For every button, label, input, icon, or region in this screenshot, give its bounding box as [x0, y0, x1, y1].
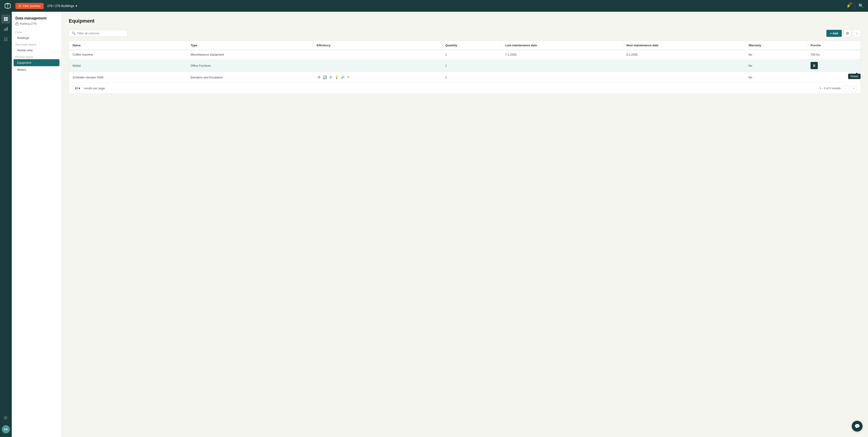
notification-badge	[850, 2, 852, 4]
add-button[interactable]: + Add	[827, 30, 842, 37]
cell-purchase: 700 Eu	[807, 50, 861, 59]
svg-point-10	[4, 37, 5, 38]
svg-rect-19	[16, 23, 18, 25]
prev-page-button[interactable]: ‹	[842, 85, 849, 91]
svg-rect-5	[4, 19, 6, 21]
sidebar: Data management Building (276) Focus Bui…	[12, 12, 62, 437]
filter-input[interactable]	[78, 32, 125, 35]
delete-button[interactable]: 🗑	[811, 62, 818, 69]
efficiency-icon-2: 🔄	[322, 75, 328, 80]
chat-icon: 💬	[855, 424, 860, 429]
efficiency-icon-6: ✎	[346, 75, 351, 80]
portfolio-selector[interactable]: 276 / 276 Buildings ▾	[47, 4, 77, 8]
per-page-selector: 10 ▾ results per page	[72, 86, 105, 91]
cell-next-maintenance: 5.2.2025	[623, 50, 745, 59]
layout: AA Data management Building (276) Focus …	[0, 12, 868, 437]
efficiency-icon-1: ♻	[317, 75, 321, 80]
nav-grid-button[interactable]	[1, 14, 10, 24]
sidebar-item-rental-units[interactable]: Rental units	[13, 47, 60, 54]
nav-list-button[interactable]	[1, 34, 10, 43]
settings-button[interactable]: ⚙	[844, 29, 851, 37]
col-quantity: Quantity	[442, 41, 502, 50]
cell-next-maintenance	[623, 59, 745, 72]
cell-name: Coffee machine	[69, 50, 187, 59]
chevron-down-icon: ▾	[79, 87, 80, 90]
cell-warranty: No	[745, 59, 807, 72]
cell-efficiency	[313, 59, 442, 72]
col-next-maintenance: Next maintenance date	[623, 41, 745, 50]
svg-rect-16	[4, 417, 7, 417]
filter-portfolio-label: Filter portfolio	[23, 4, 40, 8]
svg-rect-6	[6, 19, 8, 21]
chevron-down-icon: ▾	[75, 4, 77, 8]
sidebar-item-meters[interactable]: Meters	[13, 66, 60, 73]
col-efficiency: Efficiency	[313, 41, 442, 50]
svg-point-14	[4, 40, 5, 41]
svg-rect-8	[5, 28, 6, 31]
cell-efficiency	[313, 50, 442, 59]
nav-collapse-button[interactable]	[1, 413, 10, 423]
search-icon: 🔍	[859, 3, 864, 8]
svg-rect-18	[4, 419, 6, 419]
table-row: fdsfad Office Furniture 1 No 🗑 Delete	[69, 59, 861, 72]
results-label: results per page	[84, 87, 105, 90]
col-last-maintenance: Last maintenance date	[502, 41, 623, 50]
sidebar-subtitle: Building (276)	[12, 22, 61, 29]
cell-name: fdsfad	[69, 59, 187, 72]
topnav-right: ⚡ 🔍	[845, 2, 864, 9]
next-page-button[interactable]: ›	[850, 85, 857, 91]
efficiency-icon-3: ⚙	[329, 75, 333, 80]
user-avatar[interactable]: AA	[2, 425, 10, 433]
portfolio-label: 276 / 276 Buildings	[47, 4, 74, 8]
gear-icon: ⚙	[846, 31, 849, 35]
cell-type: Miscellaneous Equipment	[187, 50, 313, 59]
pagination-text: 1 - 3 of 3 results	[819, 87, 841, 90]
cell-last-maintenance	[502, 59, 623, 72]
cell-last-maintenance: 7.1.2025	[502, 50, 623, 59]
col-name: Name	[69, 41, 187, 50]
cell-quantity: 1	[442, 59, 502, 72]
cell-quantity: 1	[442, 72, 502, 83]
app-logo	[4, 2, 12, 10]
notifications-button[interactable]: ⚡	[845, 2, 852, 9]
main-content: Equipment 🔍 + Add ⚙ ↓	[62, 12, 868, 437]
filter-input-wrap: 🔍	[69, 30, 128, 37]
cell-efficiency: ♻ 🔄 ⚙ 💡 🔗 ✎	[313, 72, 442, 83]
filter-portfolio-button[interactable]: ☰ Filter portfolio	[16, 3, 44, 9]
svg-rect-7	[4, 29, 5, 31]
search-button[interactable]: 🔍	[858, 2, 864, 9]
table-row: Schindler elevator 5500 Elevators and Es…	[69, 72, 861, 83]
nav-chart-button[interactable]	[1, 24, 10, 33]
sidebar-item-buildings[interactable]: Buildings	[13, 34, 60, 41]
filter-icon: ☰	[19, 4, 21, 8]
pagination-row: 10 ▾ results per page 1 - 3 of 3 results…	[69, 82, 861, 94]
svg-rect-3	[4, 17, 6, 19]
per-page-button[interactable]: 10 ▾	[72, 86, 82, 91]
section-real-estate: Real estate objects	[12, 41, 61, 47]
svg-point-12	[4, 39, 5, 40]
svg-rect-4	[6, 17, 8, 19]
topnav-divider	[855, 3, 855, 9]
cell-quantity: 1	[442, 50, 502, 59]
page-title: Equipment	[69, 18, 861, 24]
download-icon: ↓	[856, 31, 858, 35]
cell-warranty: No	[745, 72, 807, 83]
cell-delete: 🗑 Delete	[807, 59, 861, 72]
cell-type: Office Furniture	[187, 59, 313, 72]
cell-next-maintenance	[623, 72, 745, 83]
download-button[interactable]: ↓	[853, 29, 861, 37]
toolbar-right: + Add ⚙ ↓	[827, 29, 861, 37]
trash-icon: 🗑	[813, 64, 816, 67]
chat-button[interactable]: 💬	[852, 421, 863, 432]
table-header-row: Name Type Efficiency Quantity Last maint…	[69, 41, 861, 50]
sidebar-item-equipment[interactable]: Equipment	[13, 59, 60, 66]
cell-last-maintenance	[502, 72, 623, 83]
topnav: ☰ Filter portfolio 276 / 276 Buildings ▾…	[0, 0, 868, 12]
svg-rect-9	[7, 27, 8, 31]
section-physical-objects: Physical objects	[12, 54, 61, 59]
cell-name: Schindler elevator 5500	[69, 72, 187, 83]
icon-strip: AA	[0, 12, 12, 437]
cell-type: Elevators and Escalators	[187, 72, 313, 83]
delete-tooltip: Delete	[848, 74, 861, 79]
section-focus: Focus	[12, 29, 61, 34]
